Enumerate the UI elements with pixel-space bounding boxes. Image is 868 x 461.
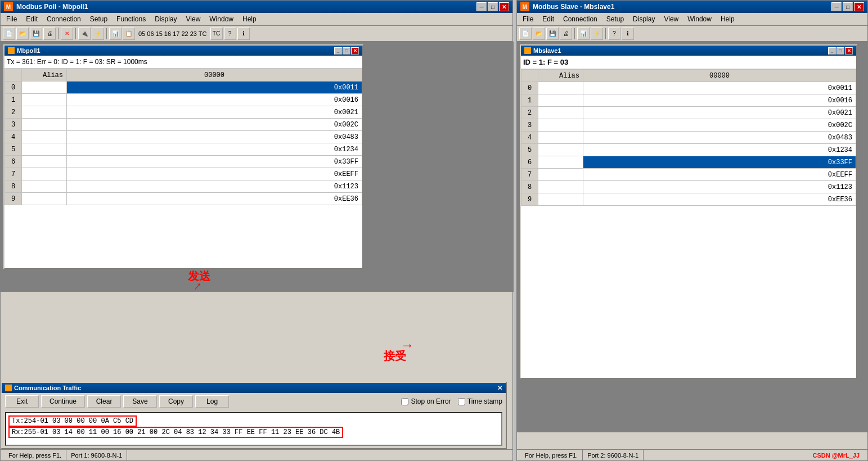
poll-menu-window[interactable]: Window	[206, 14, 237, 24]
table-row[interactable]: 90xEE36	[521, 193, 856, 206]
poll-tb-open[interactable]: 📂	[16, 28, 29, 40]
row-index: 6	[521, 156, 538, 169]
mbpoll1-max[interactable]: □	[343, 47, 350, 55]
table-row[interactable]: 30x002C	[521, 119, 856, 132]
continue-button[interactable]: Continue	[41, 395, 85, 408]
table-row[interactable]: 50x1234	[521, 144, 856, 156]
table-row[interactable]: 90xEE36	[5, 193, 362, 205]
mbpoll1-table-container: Alias 00000 00x001110x001620x002130x002C…	[5, 69, 362, 205]
row-value: 0x0011	[583, 82, 856, 94]
row-alias	[22, 119, 67, 131]
poll-tb-save[interactable]: 💾	[30, 28, 42, 40]
table-row[interactable]: 80x1123	[5, 180, 362, 193]
table-row[interactable]: 00x0011	[5, 82, 362, 94]
poll-menu-file[interactable]: File	[3, 14, 20, 24]
mbslave1-min[interactable]: _	[828, 47, 836, 55]
poll-menu-functions[interactable]: Functions	[113, 14, 149, 24]
row-value: 0xEEFF	[583, 169, 856, 181]
poll-menu-help[interactable]: Help	[239, 14, 260, 24]
poll-menu-display[interactable]: Display	[151, 14, 180, 24]
poll-menu-edit[interactable]: Edit	[23, 14, 41, 24]
slave-status-help: For Help, press F1.	[520, 450, 583, 460]
poll-tb-help[interactable]: ?	[224, 28, 236, 40]
slave-menu-file[interactable]: File	[519, 14, 537, 24]
slave-tb-save[interactable]: 💾	[546, 28, 559, 40]
copy-button[interactable]: Copy	[159, 395, 193, 408]
slave-menu-view[interactable]: View	[660, 14, 682, 24]
poll-menu-setup[interactable]: Setup	[87, 14, 111, 24]
slave-title-bar: M Modbus Slave - Mbslave1 ─ □ ✕	[517, 1, 867, 13]
slave-menu-help[interactable]: Help	[717, 14, 738, 24]
slave-tb-help[interactable]: ?	[608, 28, 620, 40]
clear-button[interactable]: Clear	[87, 395, 121, 408]
poll-tb-b2[interactable]: 📋	[123, 28, 135, 40]
poll-tb-stop[interactable]: ✕	[61, 28, 73, 40]
poll-tb-new[interactable]: 📄	[3, 28, 15, 40]
mbpoll1-close[interactable]: ✕	[351, 47, 359, 55]
poll-tb-b1[interactable]: 📊	[109, 28, 122, 40]
slave-close-btn[interactable]: ✕	[854, 2, 864, 11]
poll-window-title: Modbus Poll - Mbpoll1	[16, 3, 88, 11]
mbpoll1-min[interactable]: _	[334, 47, 342, 55]
table-row[interactable]: 80x1123	[521, 181, 856, 193]
mbpoll1-status-text: Tx = 361: Err = 0: ID = 1: F = 03: SR = …	[7, 58, 147, 66]
stop-on-error-label[interactable]: Stop on Error	[401, 397, 451, 405]
poll-toolbar: 📄 📂 💾 🖨 ✕ 🔌 ⚡ 📊 📋 05 06 15 16 17 22 23 T…	[1, 26, 512, 42]
log-button[interactable]: Log	[195, 395, 229, 408]
mbslave1-close[interactable]: ✕	[845, 47, 853, 55]
table-row[interactable]: 10x0016	[5, 94, 362, 106]
table-row[interactable]: 00x0011	[521, 82, 856, 94]
mbslave1-inner-window: Mbslave1 _ □ ✕ ID = 1: F = 03 Alias 0000	[520, 44, 857, 379]
save-button[interactable]: Save	[123, 395, 157, 408]
table-row[interactable]: 70xEEFF	[5, 168, 362, 180]
table-row[interactable]: 70xEEFF	[521, 169, 856, 181]
table-row[interactable]: 60x33FF	[521, 156, 856, 169]
comm-traffic-icon	[5, 385, 12, 391]
slave-maximize-btn[interactable]: □	[843, 2, 853, 11]
table-row[interactable]: 20x0021	[521, 107, 856, 119]
slave-menu-setup[interactable]: Setup	[603, 14, 627, 24]
slave-menu-connection[interactable]: Connection	[560, 14, 601, 24]
slave-tb-print[interactable]: 🖨	[560, 28, 572, 40]
mbslave1-max[interactable]: □	[836, 47, 844, 55]
poll-tb-connect[interactable]: 🔌	[78, 28, 91, 40]
poll-maximize-btn[interactable]: □	[488, 2, 498, 11]
row-alias	[538, 156, 583, 169]
poll-tb-sep2	[75, 28, 76, 39]
exit-button[interactable]: Exit	[5, 395, 39, 408]
slave-toolbar: 📄 📂 💾 🖨 📊 ⚡ ? ℹ	[517, 26, 867, 42]
table-row[interactable]: 40x0483	[5, 131, 362, 143]
row-index: 0	[5, 82, 22, 94]
mbslave1-th-value: 00000	[583, 70, 856, 82]
table-row[interactable]: 20x0021	[5, 106, 362, 119]
comm-traffic-title-bar: Communication Traffic ✕	[2, 383, 506, 393]
stop-on-error-checkbox[interactable]	[401, 398, 408, 405]
slave-menu-window[interactable]: Window	[684, 14, 715, 24]
poll-menu-connection[interactable]: Connection	[43, 14, 84, 24]
poll-tb-about[interactable]: ℹ	[237, 28, 250, 40]
slave-menu-display[interactable]: Display	[629, 14, 658, 24]
table-row[interactable]: 10x0016	[521, 94, 856, 107]
slave-tb-open[interactable]: 📂	[533, 28, 545, 40]
table-row[interactable]: 30x002C	[5, 119, 362, 131]
poll-minimize-btn[interactable]: ─	[476, 2, 487, 11]
comm-traffic-title-text: Communication Traffic	[14, 385, 81, 391]
poll-menu-view[interactable]: View	[183, 14, 204, 24]
poll-tb-print[interactable]: 🖨	[43, 28, 56, 40]
row-value: 0x0021	[583, 107, 856, 119]
table-row[interactable]: 40x0483	[521, 132, 856, 144]
slave-tb-b1[interactable]: 📊	[577, 28, 590, 40]
slave-tb-new[interactable]: 📄	[519, 28, 532, 40]
time-stamp-checkbox[interactable]	[458, 398, 465, 405]
poll-close-btn[interactable]: ✕	[499, 2, 509, 11]
slave-menu-edit[interactable]: Edit	[539, 14, 557, 24]
slave-tb-about[interactable]: ℹ	[622, 28, 634, 40]
time-stamp-label[interactable]: Time stamp	[458, 397, 502, 405]
slave-minimize-btn[interactable]: ─	[831, 2, 842, 11]
poll-tb-tc[interactable]: TC	[210, 28, 223, 40]
comm-traffic-close-btn[interactable]: ✕	[497, 385, 502, 392]
slave-tb-b2[interactable]: ⚡	[591, 28, 603, 40]
table-row[interactable]: 60x33FF	[5, 156, 362, 168]
table-row[interactable]: 50x1234	[5, 143, 362, 156]
poll-tb-disconnect[interactable]: ⚡	[92, 28, 104, 40]
